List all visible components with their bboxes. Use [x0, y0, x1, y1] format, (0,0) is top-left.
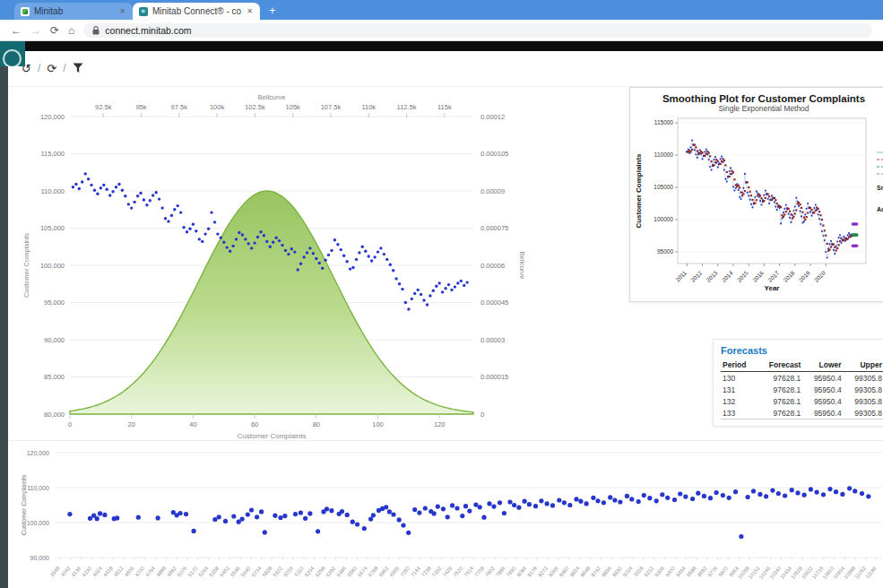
complaints-scatter-chart[interactable]: 90,000100,000110,000120,0003948404241364… [8, 443, 883, 588]
slash-separator: / [63, 62, 65, 74]
browser-tab-minitab-connect[interactable]: ✳ Minitab Connect® - connect.min ✕ [133, 3, 260, 20]
svg-text:2020: 2020 [813, 269, 827, 282]
svg-text:4042: 4042 [60, 566, 72, 578]
svg-text:92.5k: 92.5k [95, 103, 112, 111]
svg-text:6392: 6392 [325, 566, 336, 578]
new-tab-button[interactable]: + [269, 4, 276, 17]
svg-text:3948: 3948 [49, 566, 61, 578]
smoothing-plot-title: Smoothing Plot for Customer Complaints [630, 93, 883, 104]
svg-text:6768: 6768 [368, 566, 379, 578]
tab-title: Minitab Connect® - connect.min [152, 6, 241, 16]
svg-text:95k: 95k [135, 103, 146, 111]
svg-text:6674: 6674 [357, 565, 368, 577]
svg-text:6204: 6204 [304, 565, 316, 577]
svg-text:2015: 2015 [736, 269, 749, 282]
tab-close-icon[interactable]: ✕ [118, 7, 126, 15]
svg-text:100000: 100000 [654, 216, 673, 222]
svg-text:100,000: 100,000 [40, 262, 65, 270]
browser-tab-minitab[interactable]: Minitab ✕ [14, 3, 133, 20]
svg-text:0.000075: 0.000075 [480, 224, 508, 232]
svg-text:0.00003: 0.00003 [480, 336, 505, 344]
reload-icon[interactable]: ⟳ [50, 25, 59, 36]
home-icon[interactable]: ⌂ [68, 25, 74, 36]
forecast-col-header: Lower [802, 359, 843, 372]
left-sidebar-rail[interactable] [0, 41, 8, 588]
svg-text:5640: 5640 [240, 566, 252, 578]
forward-icon[interactable]: → [30, 25, 41, 36]
svg-text:Sm: Sm [877, 185, 883, 191]
svg-text:8460: 8460 [558, 566, 570, 578]
forecast-col-header: Period [721, 359, 757, 372]
svg-text:7896: 7896 [495, 566, 506, 578]
svg-text:8272: 8272 [537, 566, 549, 578]
svg-text:8366: 8366 [548, 566, 559, 578]
minitab-connect-logo[interactable] [0, 41, 25, 66]
svg-text:112.5k: 112.5k [397, 103, 417, 111]
svg-text:7614: 7614 [463, 565, 474, 577]
browser-nav-bar: ← → ⟳ ⌂ connect.minitab.com [0, 20, 883, 41]
svg-text:8554: 8554 [569, 565, 581, 577]
forecast-row: 13297628.195950.499305.8 [721, 395, 883, 407]
svg-text:4324: 4324 [91, 565, 103, 577]
svg-text:97.5k: 97.5k [171, 103, 188, 111]
svg-text:2017: 2017 [766, 269, 780, 282]
tab-close-icon[interactable]: ✕ [246, 7, 254, 15]
svg-text:100: 100 [372, 420, 384, 428]
svg-text:7332: 7332 [431, 566, 443, 578]
back-icon[interactable]: ← [11, 25, 22, 36]
svg-text:8836: 8836 [601, 566, 612, 578]
svg-text:8930: 8930 [611, 566, 623, 578]
svg-text:105000: 105000 [654, 184, 673, 190]
svg-text:5546: 5546 [229, 566, 241, 578]
svg-text:7802: 7802 [484, 566, 496, 578]
address-bar[interactable]: connect.minitab.com [83, 23, 872, 38]
svg-text:Customer Complaints: Customer Complaints [22, 233, 30, 298]
forecast-row: 13097628.195950.499305.8 [721, 372, 883, 385]
svg-text:2013: 2013 [705, 269, 718, 282]
svg-text:4794: 4794 [144, 565, 156, 577]
svg-text:5264: 5264 [197, 565, 209, 577]
svg-text:6016: 6016 [282, 566, 294, 578]
forecast-row: 13397628.195950.499305.8 [721, 407, 883, 419]
app-top-bar [0, 41, 883, 51]
svg-text:0.000045: 0.000045 [480, 298, 508, 307]
svg-text:4512: 4512 [113, 566, 125, 578]
svg-text:0.000015: 0.000015 [480, 373, 508, 381]
svg-text:6110: 6110 [293, 566, 305, 577]
svg-text:110000: 110000 [654, 151, 674, 158]
forecasts-title: Forecasts [721, 345, 883, 356]
svg-text:8742: 8742 [590, 566, 602, 578]
svg-text:5452: 5452 [219, 566, 230, 578]
svg-text:4606: 4606 [124, 566, 135, 578]
svg-text:9118: 9118 [633, 566, 645, 577]
svg-text:9400: 9400 [664, 566, 676, 578]
filter-icon[interactable] [73, 63, 83, 74]
url-text: connect.minitab.com [105, 25, 191, 36]
svg-text:110,000: 110,000 [40, 187, 65, 195]
svg-text:7708: 7708 [473, 566, 485, 578]
svg-text:115,000: 115,000 [40, 150, 65, 158]
smoothing-plot-chart[interactable]: 9500010000010500011000011500020112012201… [630, 113, 883, 299]
bellcurve-scatter-chart[interactable]: 120,000115,000110,000105,000100,00095,00… [18, 90, 533, 444]
svg-text:Customer Complaints: Customer Complaints [238, 432, 307, 440]
svg-text:0.00006: 0.00006 [480, 262, 505, 270]
svg-text:0.00009: 0.00009 [480, 187, 505, 195]
svg-text:8178: 8178 [526, 566, 538, 578]
minitab-connect-favicon-icon: ✳ [139, 7, 148, 16]
svg-text:110,000: 110,000 [27, 485, 49, 491]
svg-text:120,000: 120,000 [40, 113, 65, 121]
svg-text:115k: 115k [437, 103, 452, 111]
svg-text:8648: 8648 [579, 566, 591, 578]
svg-text:5828: 5828 [261, 566, 273, 578]
forecasts-table: PeriodForecastLowerUpper13097628.195950.… [721, 359, 883, 419]
svg-text:5922: 5922 [272, 566, 283, 578]
smoothing-plot-card[interactable]: Smoothing Plot for Customer Complaints S… [629, 87, 883, 302]
svg-text:9682: 9682 [697, 566, 708, 578]
svg-text:2011: 2011 [674, 269, 688, 282]
sync-icon[interactable]: ⟳ [47, 63, 56, 74]
forecasts-card: Forecasts PeriodForecastLowerUpper130976… [713, 339, 883, 427]
svg-text:6862: 6862 [378, 566, 390, 578]
forecast-col-header: Forecast [757, 359, 803, 372]
svg-text:95,000: 95,000 [44, 298, 65, 307]
svg-text:4418: 4418 [102, 566, 114, 578]
